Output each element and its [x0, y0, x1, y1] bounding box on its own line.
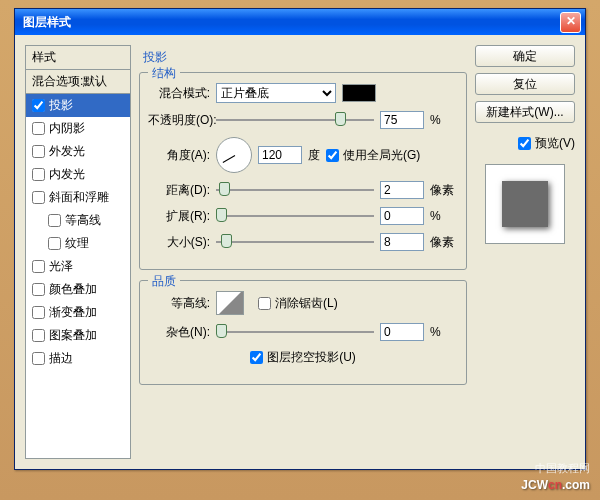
global-light-label: 使用全局光(G) [343, 147, 420, 164]
distance-label: 距离(D): [148, 182, 210, 199]
style-item-2[interactable]: 外发光 [26, 140, 130, 163]
style-item-checkbox[interactable] [32, 122, 45, 135]
size-input[interactable] [380, 233, 424, 251]
style-item-checkbox[interactable] [48, 237, 61, 250]
spread-unit: % [430, 209, 458, 223]
opacity-label: 不透明度(O): [148, 112, 210, 129]
style-item-5[interactable]: 等高线 [26, 209, 130, 232]
spread-input[interactable] [380, 207, 424, 225]
knockout-checkbox[interactable] [250, 351, 263, 364]
style-item-label: 纹理 [65, 235, 89, 252]
style-item-4[interactable]: 斜面和浮雕 [26, 186, 130, 209]
style-item-checkbox[interactable] [32, 306, 45, 319]
angle-input[interactable] [258, 146, 302, 164]
opacity-slider[interactable] [216, 111, 374, 129]
anti-alias-checkbox[interactable] [258, 297, 271, 310]
blend-mode-select[interactable]: 正片叠底 [216, 83, 336, 103]
style-item-1[interactable]: 内阴影 [26, 117, 130, 140]
quality-group: 品质 等高线: 消除锯齿(L) 杂色(N): % [139, 280, 467, 385]
spread-label: 扩展(R): [148, 208, 210, 225]
style-item-11[interactable]: 描边 [26, 347, 130, 370]
panel-title: 投影 [139, 49, 467, 66]
style-item-9[interactable]: 渐变叠加 [26, 301, 130, 324]
structure-group-title: 结构 [148, 65, 180, 82]
style-item-0[interactable]: 投影 [26, 94, 130, 117]
noise-slider[interactable] [216, 323, 374, 341]
shadow-color-swatch[interactable] [342, 84, 376, 102]
style-item-label: 斜面和浮雕 [49, 189, 109, 206]
anti-alias-label: 消除锯齿(L) [275, 295, 338, 312]
style-item-label: 图案叠加 [49, 327, 97, 344]
blending-options-item[interactable]: 混合选项:默认 [26, 70, 130, 94]
new-style-button[interactable]: 新建样式(W)... [475, 101, 575, 123]
style-item-3[interactable]: 内发光 [26, 163, 130, 186]
noise-unit: % [430, 325, 458, 339]
style-item-checkbox[interactable] [32, 352, 45, 365]
size-label: 大小(S): [148, 234, 210, 251]
layer-style-dialog: 图层样式 ✕ 样式 混合选项:默认 投影内阴影外发光内发光斜面和浮雕等高线纹理光… [14, 8, 586, 470]
titlebar[interactable]: 图层样式 ✕ [15, 9, 585, 35]
cancel-button[interactable]: 复位 [475, 73, 575, 95]
style-item-checkbox[interactable] [32, 329, 45, 342]
distance-slider[interactable] [216, 181, 374, 199]
style-list: 样式 混合选项:默认 投影内阴影外发光内发光斜面和浮雕等高线纹理光泽颜色叠加渐变… [25, 45, 131, 459]
preview-box [485, 164, 565, 244]
style-item-checkbox[interactable] [32, 99, 45, 112]
right-column: 确定 复位 新建样式(W)... 预览(V) [475, 45, 575, 459]
angle-dial[interactable] [216, 137, 252, 173]
ok-button[interactable]: 确定 [475, 45, 575, 67]
preview-label: 预览(V) [535, 135, 575, 152]
style-item-label: 渐变叠加 [49, 304, 97, 321]
distance-input[interactable] [380, 181, 424, 199]
style-item-7[interactable]: 光泽 [26, 255, 130, 278]
contour-label: 等高线: [148, 295, 210, 312]
style-item-checkbox[interactable] [32, 145, 45, 158]
style-item-label: 描边 [49, 350, 73, 367]
style-item-label: 内发光 [49, 166, 85, 183]
angle-label: 角度(A): [148, 147, 210, 164]
structure-group: 结构 混合模式: 正片叠底 不透明度(O): % 角度(A): 度 [139, 72, 467, 270]
global-light-checkbox[interactable] [326, 149, 339, 162]
style-item-10[interactable]: 图案叠加 [26, 324, 130, 347]
window-title: 图层样式 [19, 14, 560, 31]
size-unit: 像素 [430, 234, 458, 251]
opacity-unit: % [430, 113, 458, 127]
style-item-checkbox[interactable] [32, 168, 45, 181]
style-item-checkbox[interactable] [48, 214, 61, 227]
opacity-input[interactable] [380, 111, 424, 129]
style-item-label: 光泽 [49, 258, 73, 275]
style-item-checkbox[interactable] [32, 191, 45, 204]
quality-group-title: 品质 [148, 273, 180, 290]
style-list-header[interactable]: 样式 [26, 46, 130, 70]
style-item-label: 外发光 [49, 143, 85, 160]
preview-swatch [502, 181, 548, 227]
style-item-label: 颜色叠加 [49, 281, 97, 298]
close-button[interactable]: ✕ [560, 12, 581, 33]
preview-checkbox[interactable] [518, 137, 531, 150]
style-item-label: 投影 [49, 97, 73, 114]
style-item-label: 内阴影 [49, 120, 85, 137]
style-item-checkbox[interactable] [32, 283, 45, 296]
distance-unit: 像素 [430, 182, 458, 199]
style-item-label: 等高线 [65, 212, 101, 229]
noise-input[interactable] [380, 323, 424, 341]
contour-picker[interactable] [216, 291, 244, 315]
style-item-checkbox[interactable] [32, 260, 45, 273]
knockout-label: 图层挖空投影(U) [267, 349, 356, 366]
angle-unit: 度 [308, 147, 320, 164]
main-panel: 投影 结构 混合模式: 正片叠底 不透明度(O): % 角度(A): [139, 45, 467, 459]
spread-slider[interactable] [216, 207, 374, 225]
style-item-8[interactable]: 颜色叠加 [26, 278, 130, 301]
blend-mode-label: 混合模式: [148, 85, 210, 102]
noise-label: 杂色(N): [148, 324, 210, 341]
size-slider[interactable] [216, 233, 374, 251]
watermark-site: JCWcn.com [521, 473, 590, 494]
style-item-6[interactable]: 纹理 [26, 232, 130, 255]
